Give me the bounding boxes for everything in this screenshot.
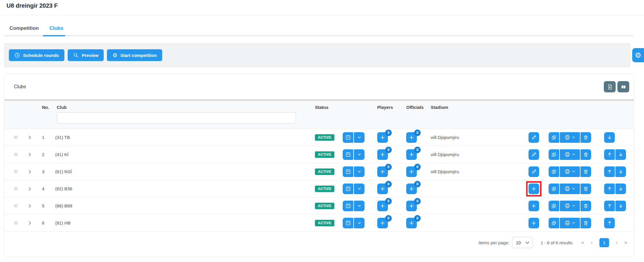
add-official-button[interactable]: 0 bbox=[406, 149, 417, 160]
edit-stadium-button[interactable] bbox=[528, 166, 539, 177]
print-club-button[interactable] bbox=[560, 149, 580, 160]
add-official-button[interactable]: 0 bbox=[406, 218, 417, 228]
copy-club-button[interactable] bbox=[549, 149, 559, 160]
expand-chevron-icon[interactable] bbox=[27, 221, 32, 225]
prev-page-button[interactable]: ‹ bbox=[591, 240, 593, 245]
add-player-button[interactable]: 0 bbox=[377, 132, 388, 143]
column-header-no: No. bbox=[42, 105, 49, 110]
toggle-columns-button[interactable] bbox=[617, 81, 629, 92]
move-down-button[interactable] bbox=[615, 184, 626, 194]
add-stadium-button[interactable] bbox=[528, 218, 539, 228]
schedule-dropdown-button[interactable] bbox=[354, 132, 365, 143]
items-per-page-select[interactable]: 10 bbox=[512, 237, 533, 248]
move-down-button[interactable] bbox=[615, 149, 626, 160]
expand-chevron-icon[interactable] bbox=[27, 152, 32, 157]
status-badge: ACTIVE bbox=[315, 134, 334, 141]
add-official-button[interactable]: 0 bbox=[406, 184, 417, 194]
add-official-button[interactable]: 0 bbox=[406, 166, 417, 177]
schedule-calendar-button[interactable] bbox=[343, 218, 353, 228]
schedule-dropdown-button[interactable] bbox=[354, 201, 365, 211]
last-page-button[interactable]: » bbox=[625, 240, 627, 245]
delete-club-button[interactable] bbox=[580, 149, 591, 160]
club-filter-input[interactable] bbox=[57, 112, 296, 124]
schedule-calendar-button[interactable] bbox=[343, 149, 353, 160]
start-competition-button[interactable]: ⚙ Start competition bbox=[107, 49, 162, 61]
page-1-button[interactable]: 1 bbox=[599, 238, 609, 247]
arrow-down-icon bbox=[618, 186, 624, 191]
schedule-calendar-button[interactable] bbox=[343, 166, 353, 177]
chevron-down-icon bbox=[572, 204, 575, 208]
delete-club-button[interactable] bbox=[580, 201, 591, 211]
move-up-button[interactable] bbox=[604, 201, 615, 211]
copy-club-button[interactable] bbox=[549, 166, 559, 177]
preview-button[interactable]: Preview bbox=[68, 49, 104, 61]
move-up-button[interactable] bbox=[604, 184, 615, 194]
move-down-button[interactable] bbox=[615, 201, 626, 211]
print-club-button[interactable] bbox=[560, 218, 580, 228]
schedule-dropdown-button[interactable] bbox=[354, 184, 365, 194]
officials-count-badge: 0 bbox=[414, 130, 421, 136]
add-stadium-button[interactable] bbox=[528, 184, 539, 194]
copy-club-button[interactable] bbox=[549, 132, 559, 143]
add-official-button[interactable]: 0 bbox=[406, 201, 417, 211]
edit-stadium-button[interactable] bbox=[528, 132, 539, 143]
drag-handle-icon[interactable] bbox=[13, 186, 18, 191]
next-page-button[interactable]: › bbox=[616, 240, 618, 245]
print-club-button[interactable] bbox=[560, 132, 580, 143]
schedule-dropdown-button[interactable] bbox=[354, 149, 365, 160]
first-page-button[interactable]: « bbox=[581, 240, 584, 245]
move-up-button[interactable] bbox=[604, 166, 615, 177]
add-player-button[interactable]: 0 bbox=[377, 201, 388, 211]
expand-chevron-icon[interactable] bbox=[27, 186, 32, 191]
status-badge: ACTIVE bbox=[315, 168, 334, 175]
players-count-badge: 0 bbox=[385, 147, 392, 153]
add-player-button[interactable]: 0 bbox=[377, 149, 388, 160]
header-divider bbox=[0, 15, 644, 15]
copy-club-button[interactable] bbox=[549, 201, 559, 211]
copy-club-button[interactable] bbox=[549, 184, 559, 194]
drag-handle-icon[interactable] bbox=[13, 203, 18, 208]
drag-handle-icon[interactable] bbox=[13, 220, 18, 225]
add-stadium-button[interactable] bbox=[528, 201, 539, 211]
schedule-calendar-button[interactable] bbox=[343, 132, 353, 143]
move-up-button[interactable] bbox=[604, 218, 615, 228]
schedule-dropdown-button[interactable] bbox=[354, 166, 365, 177]
row-number: 4 bbox=[42, 186, 44, 191]
add-player-button[interactable]: 0 bbox=[377, 184, 388, 194]
add-player-button[interactable]: 0 bbox=[377, 218, 388, 228]
export-excel-button[interactable] bbox=[604, 81, 616, 92]
delete-club-button[interactable] bbox=[580, 218, 591, 228]
add-official-button[interactable]: 0 bbox=[406, 132, 417, 143]
drag-handle-icon[interactable] bbox=[13, 152, 18, 157]
trash-icon bbox=[583, 169, 588, 174]
move-down-button[interactable] bbox=[604, 132, 615, 143]
chevron-down-icon bbox=[526, 241, 529, 244]
move-down-button[interactable] bbox=[615, 166, 626, 177]
schedule-dropdown-button[interactable] bbox=[354, 218, 365, 228]
tab-underline-track bbox=[4, 35, 634, 36]
print-club-button[interactable] bbox=[560, 184, 580, 194]
players-count-badge: 0 bbox=[385, 164, 392, 170]
move-up-button[interactable] bbox=[604, 149, 615, 160]
expand-chevron-icon[interactable] bbox=[27, 204, 32, 208]
copy-club-button[interactable] bbox=[549, 218, 559, 228]
drag-handle-icon[interactable] bbox=[13, 169, 18, 174]
delete-club-button[interactable] bbox=[580, 166, 591, 177]
delete-club-button[interactable] bbox=[580, 184, 591, 194]
drag-handle-icon[interactable] bbox=[13, 135, 18, 140]
print-club-button[interactable] bbox=[560, 201, 580, 211]
edit-stadium-button[interactable] bbox=[528, 149, 539, 160]
plus-icon bbox=[531, 220, 537, 226]
settings-flyout-button[interactable]: ⚙ bbox=[632, 48, 644, 62]
expand-chevron-icon[interactable] bbox=[27, 169, 32, 174]
schedule-calendar-button[interactable] bbox=[343, 201, 353, 211]
schedule-rounds-button[interactable]: Schedule rounds bbox=[9, 49, 64, 61]
tab-competition[interactable]: Competition bbox=[4, 23, 44, 35]
tab-clubs[interactable]: Clubs bbox=[44, 23, 69, 35]
expand-chevron-icon[interactable] bbox=[27, 135, 32, 140]
delete-club-button[interactable] bbox=[580, 132, 591, 143]
add-player-button[interactable]: 0 bbox=[377, 166, 388, 177]
schedule-calendar-button[interactable] bbox=[343, 184, 353, 194]
print-club-button[interactable] bbox=[560, 166, 580, 177]
arrow-down-icon bbox=[618, 169, 624, 174]
